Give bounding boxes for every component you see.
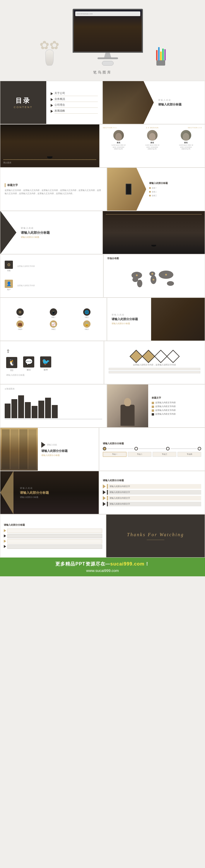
slide-portrait-man: 标题文字 这里输入内容文字内容 这里输入内容文字内容 这里输入内容文字内容 这里… — [107, 384, 205, 428]
member-name-3: 姓名 — [184, 142, 188, 144]
weibo-icon: 🐦 — [40, 356, 51, 368]
social-weibo: 🐦 微博 — [40, 356, 51, 371]
icon-desc-1: 这里输入说明文字内容 — [17, 265, 99, 267]
diamond-1 — [129, 350, 143, 363]
arrow-section-title: 请输入此部分分标题 — [21, 230, 98, 235]
portrait-list-item-2: 这里输入内容文字内容 — [152, 405, 201, 408]
toc-title-en: CONTENT — [14, 106, 33, 108]
phone-item-2: 选项二 — [149, 191, 202, 193]
textbox-row-3: 请输入此部分内容文字 — [103, 496, 201, 500]
social-subtitle: 请输入此部分分标题 — [6, 374, 98, 377]
wechat-label: 微信 — [27, 368, 31, 371]
building-section-label: 请输入此处 — [47, 443, 57, 446]
member-name-1: 姓名 — [117, 142, 120, 144]
text-list-title: 请输入此部分分标题 — [4, 523, 102, 527]
weibo-label: 微博 — [43, 368, 48, 371]
slide-icons-grid: ⚙ 功能一 📱 功能二 🌐 功能三 — [0, 298, 107, 341]
icons-row-top: ⚙ 功能 这里输入说明文字内容 — [5, 260, 99, 272]
bar-3 — [18, 395, 24, 418]
svg-point-8 — [151, 273, 153, 275]
world-map-svg — [126, 267, 182, 290]
team-section-labels: SECTION 4.1 2.0 DESIGN SECTION 2.0 — [103, 127, 202, 129]
diamond-2 — [142, 350, 155, 363]
bar-7 — [45, 398, 51, 418]
footer-highlight: sucai999.com — [110, 561, 145, 566]
list-triangle-4 — [4, 545, 6, 548]
svg-point-6 — [167, 281, 174, 286]
portrait-bullet-3 — [152, 409, 154, 412]
pencils-decoration — [156, 46, 166, 66]
textbox-3: 请输入此部分内容文字 — [107, 496, 201, 500]
arrow-section-subtitle: 请输入此部分小标题 — [21, 236, 98, 239]
list-triangle-1 — [4, 529, 6, 532]
portrait-bullet-4 — [152, 413, 154, 415]
text-title-1: 标题文字 — [5, 183, 102, 187]
bar-2 — [11, 399, 17, 418]
phone-item-1: 选项一 — [149, 187, 202, 189]
textbox-1: 请输入此部分内容文字 — [107, 484, 201, 489]
node-2 — [135, 447, 138, 451]
grid-icon-4: 💼 功能四 — [5, 320, 36, 330]
textbox-2: 请输入此部分内容文字 — [107, 490, 201, 495]
portrait-bullet-1 — [152, 402, 154, 404]
list-triangle-3 — [4, 540, 6, 542]
member-name-2: 姓名 — [150, 142, 154, 144]
text-body-1: 这里输入正文内容，这里输入正文内容，这里输入正文内容，这里输入正文内容，这里输入… — [5, 189, 102, 195]
team-member-1: 姓名 Lorem ipsum dolor sit amet, consectet… — [103, 130, 134, 150]
slide-section-title: 请输入此处 请输入此部分标题 — [102, 81, 205, 124]
bars-chart-container — [5, 393, 102, 418]
slide-phone: 请输入此部分标题 选项一 选项二 选项三 — [107, 167, 205, 211]
toc-item-text-2: 业务概况 — [55, 97, 98, 102]
slide-dark-water-2 — [102, 211, 205, 254]
grid-icon-5: 📈 功能五 — [38, 320, 69, 330]
slide-chart-bars: ● 数据图表 — [0, 384, 107, 428]
thanks-divider — [147, 540, 164, 540]
timeline-title: 请输入此部分分标题 — [103, 442, 201, 445]
chart-axis — [5, 419, 102, 420]
toc-item-4: 发展战略 — [51, 109, 98, 114]
water-label: 请输入此处 — [20, 487, 49, 490]
svg-point-2 — [137, 280, 142, 287]
footer-main: 更多精品PPT资源尽在—sucai999.com！ — [55, 561, 149, 567]
toc-title-cn: 目录 — [16, 96, 31, 105]
list-item-wrapper-1 — [4, 529, 102, 533]
toc-left: 目录 CONTENT — [0, 81, 46, 124]
grid-icon-1: ⚙ 功能一 — [5, 308, 36, 318]
text-list-items — [4, 529, 102, 549]
textbox-triangle-1 — [103, 484, 106, 489]
slide-text-body-1: 标题文字 这里输入正文内容，这里输入正文内容，这里输入正文内容，这里输入正文内容… — [0, 167, 107, 211]
connector-2 — [139, 448, 165, 449]
social-icons-row: 🐧 QQ 💬 微信 🐦 微博 — [6, 356, 98, 371]
qq-label: QQ — [10, 369, 13, 371]
toc-item-text-4: 发展战略 — [55, 109, 98, 114]
slide-map: 市场分布图 — [104, 254, 205, 298]
icon-desc-2: 这里输入说明文字内容 — [17, 284, 99, 287]
social-wechat: 💬 微信 — [23, 356, 34, 371]
share-icon: ⇧ — [6, 348, 98, 354]
diamonds-row — [109, 352, 200, 361]
slide-team: SECTION 4.1 2.0 DESIGN SECTION 2.0 姓名 Lo… — [99, 124, 205, 167]
textbox-triangle-2 — [103, 490, 106, 494]
phone-item-3: 选项三 — [149, 194, 202, 197]
water-content: 请输入此处 请输入此部分分标题 请输入此部分小标题 — [17, 484, 52, 502]
icon-item-2: 👤 用户 — [5, 280, 13, 291]
toc-item-1: 关于公司 — [51, 91, 98, 96]
slide-timeline: 请输入此部分分标题 节点一 节点二 节点三 节点四 — [99, 428, 205, 471]
building-section-title: 请输入此部分分标题 — [41, 449, 95, 453]
monitor: www.biniaotupu.com — [67, 9, 149, 66]
water-title: 请输入此部分分标题 — [20, 491, 49, 495]
toc-triangle-3 — [51, 104, 53, 107]
toc-item-text-1: 关于公司 — [55, 91, 98, 96]
vase-decoration: ✿✿ — [39, 39, 59, 66]
diamond-4 — [166, 350, 179, 363]
svg-point-7 — [136, 274, 138, 276]
building-arrow — [41, 442, 46, 448]
portrait-list-item-3: 这里输入内容文字内容 — [152, 409, 201, 412]
svg-point-9 — [165, 274, 167, 276]
textbox-triangle-4 — [103, 502, 106, 506]
chart-bars-note: ● 数据图表 — [5, 388, 102, 391]
slide-section-arrow-left: 请输入此处 请输入此部分分标题 请输入此部分小标题 — [0, 211, 102, 254]
diamonds-text: 这里输入说明文字内容，这里输入说明文字内容 — [109, 364, 200, 366]
timeline-row — [103, 447, 201, 451]
member-desc-1: Lorem ipsum dolor sit amet, consectetur … — [110, 144, 126, 150]
